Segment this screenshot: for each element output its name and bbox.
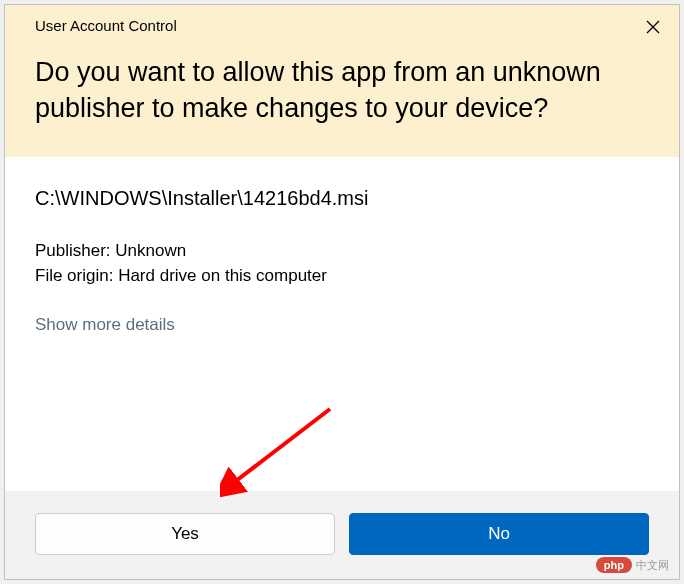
dialog-footer: Yes No [5, 491, 679, 579]
dialog-header: User Account Control Do you want to allo… [5, 5, 679, 157]
watermark: php 中文网 [596, 557, 669, 573]
info-block: Publisher: Unknown File origin: Hard dri… [35, 238, 649, 289]
dialog-body: C:\WINDOWS\Installer\14216bd4.msi Publis… [5, 157, 679, 491]
close-icon [646, 20, 660, 34]
dialog-title: User Account Control [35, 17, 649, 34]
no-button[interactable]: No [349, 513, 649, 555]
watermark-text: 中文网 [636, 558, 669, 573]
close-button[interactable] [637, 11, 669, 43]
origin-line: File origin: Hard drive on this computer [35, 263, 649, 289]
publisher-line: Publisher: Unknown [35, 238, 649, 264]
dialog-heading: Do you want to allow this app from an un… [35, 54, 649, 127]
file-path: C:\WINDOWS\Installer\14216bd4.msi [35, 187, 649, 210]
show-more-details-link[interactable]: Show more details [35, 315, 175, 335]
uac-dialog: User Account Control Do you want to allo… [4, 4, 680, 580]
yes-button[interactable]: Yes [35, 513, 335, 555]
watermark-pill: php [596, 557, 632, 573]
